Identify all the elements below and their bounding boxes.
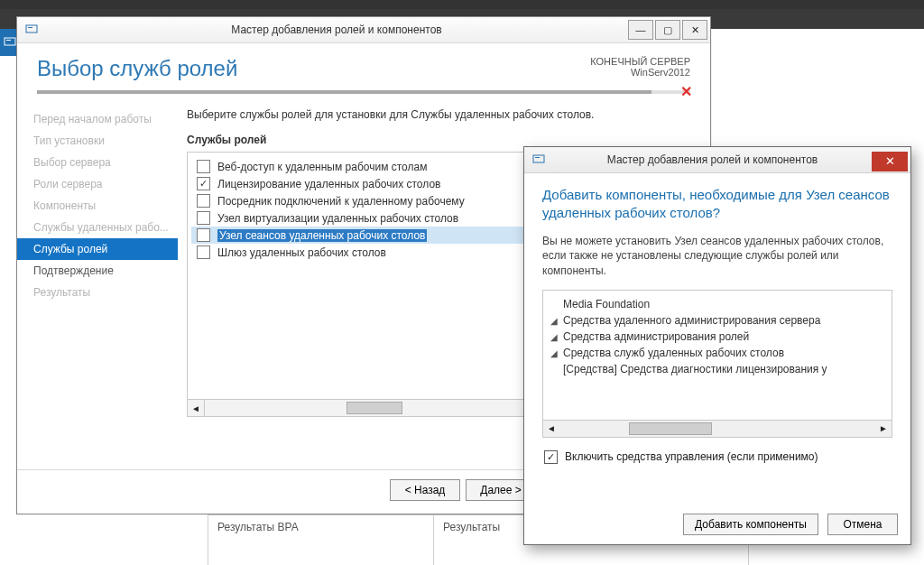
error-icon: ✕ xyxy=(680,83,692,100)
wizard-nav-item: Выбор сервера xyxy=(17,152,178,173)
expander-icon[interactable]: ◢ xyxy=(550,332,559,342)
wizard-nav-item[interactable]: Подтверждение xyxy=(17,260,178,282)
scroll-thumb[interactable] xyxy=(629,422,712,435)
role-service-label: Лицензирование удаленных рабочих столов xyxy=(217,178,440,190)
dialog-footer: Добавить компоненты Отмена xyxy=(683,514,898,535)
scroll-thumb[interactable] xyxy=(346,402,402,414)
checkbox-icon: ✓ xyxy=(544,450,558,464)
svg-rect-4 xyxy=(533,155,544,162)
tree-node-label: Средства удаленного администрирования се… xyxy=(563,314,820,327)
include-management-tools-checkbox[interactable]: ✓ Включить средства управления (если при… xyxy=(544,450,892,464)
dialog-titlebar[interactable]: Мастер добавления ролей и компонентов ✕ xyxy=(524,147,910,173)
tree-node[interactable]: ◢Средства администрирования ролей xyxy=(550,329,888,345)
wizard-nav: Перед началом работыТип установкиВыбор с… xyxy=(17,101,178,469)
window-frame-top xyxy=(0,0,924,9)
scroll-left-button[interactable]: ◄ xyxy=(188,400,205,416)
destination-server-info: КОНЕЧНЫЙ СЕРВЕР WinServ2012 xyxy=(590,56,690,78)
wizard-nav-item: Роли сервера xyxy=(17,173,178,195)
svg-rect-1 xyxy=(6,40,11,41)
scroll-right-button[interactable]: ► xyxy=(875,421,892,437)
role-service-label: Посредник подключений к удаленному рабоч… xyxy=(217,195,465,208)
scroll-left-button[interactable]: ◄ xyxy=(543,421,559,437)
svg-rect-0 xyxy=(5,38,15,45)
role-service-label: Узел сеансов удаленных рабочих столов xyxy=(217,229,427,242)
wizard-nav-item: Перед началом работы xyxy=(17,108,178,130)
wizard-nav-item: Компоненты xyxy=(17,195,178,217)
tree-horizontal-scrollbar[interactable]: ◄ ► xyxy=(543,420,892,437)
destination-server-label: КОНЕЧНЫЙ СЕРВЕР xyxy=(590,56,690,67)
dialog-close-button[interactable]: ✕ xyxy=(872,152,908,171)
checkbox-icon[interactable]: ✓ xyxy=(197,177,210,190)
scroll-track[interactable] xyxy=(559,421,875,437)
wizard-header: Выбор служб ролей КОНЕЧНЫЙ СЕРВЕР WinSer… xyxy=(17,43,710,101)
tree-node[interactable]: Media Foundation xyxy=(550,296,888,312)
tree-node-label: [Средства] Средства диагностики лицензир… xyxy=(563,363,827,375)
back-button[interactable]: < Назад xyxy=(390,479,460,501)
dialog-heading: Добавить компоненты, необходимые для Узе… xyxy=(542,186,892,223)
tree-node[interactable]: ◢Средства удаленного администрирования с… xyxy=(550,312,888,329)
tree-node-label: Средства администрирования ролей xyxy=(563,330,749,343)
checkbox-icon[interactable] xyxy=(197,228,210,242)
wizard-nav-item: Результаты xyxy=(17,282,178,303)
svg-rect-2 xyxy=(26,25,37,32)
dialog-paragraph: Вы не можете установить Узел сеансов уда… xyxy=(542,234,892,279)
dialog-cancel-button[interactable]: Отмена xyxy=(827,514,898,535)
checkbox-icon[interactable] xyxy=(197,160,210,173)
expander-icon[interactable]: ◢ xyxy=(550,316,559,326)
add-features-dialog: Мастер добавления ролей и компонентов ✕ … xyxy=(523,146,911,545)
maximize-button[interactable]: ▢ xyxy=(655,20,680,40)
wizard-titlebar[interactable]: Мастер добавления ролей и компонентов — … xyxy=(17,17,710,43)
tree-node-label: Средства служб удаленных рабочих столов xyxy=(563,347,784,359)
wizard-progress-bar: ✕ xyxy=(37,90,690,94)
svg-rect-5 xyxy=(535,157,540,158)
checkbox-icon[interactable] xyxy=(197,194,210,208)
wizard-nav-item: Тип установки xyxy=(17,130,178,152)
role-service-label: Шлюз удаленных рабочих столов xyxy=(217,246,386,259)
close-button[interactable]: ✕ xyxy=(682,20,707,40)
instruction-text: Выберите службы ролей для установки для … xyxy=(187,108,696,121)
progress-fill xyxy=(37,90,651,94)
tree-node-label: Media Foundation xyxy=(563,298,650,310)
add-features-button[interactable]: Добавить компоненты xyxy=(683,514,818,535)
wizard-nav-item[interactable]: Службы ролей xyxy=(17,238,178,260)
server-manager-icon xyxy=(530,151,548,169)
server-manager-icon xyxy=(23,21,41,39)
tree-node[interactable]: [Средства] Средства диагностики лицензир… xyxy=(550,361,888,377)
role-service-label: Веб-доступ к удаленным рабочим столам xyxy=(217,161,427,173)
window-controls: — ▢ ✕ xyxy=(627,18,708,42)
destination-server-name: WinServ2012 xyxy=(590,67,690,78)
checkbox-icon[interactable] xyxy=(197,245,210,259)
role-services-label: Службы ролей xyxy=(187,134,696,146)
tree-node[interactable]: ◢Средства служб удаленных рабочих столов xyxy=(550,345,888,361)
checkbox-icon[interactable] xyxy=(197,211,210,225)
role-service-label: Узел виртуализации удаленных рабочих сто… xyxy=(217,212,458,225)
include-management-tools-label: Включить средства управления (если приме… xyxy=(565,450,818,463)
expander-icon[interactable]: ◢ xyxy=(550,348,559,358)
dialog-title: Мастер добавления ролей и компонентов xyxy=(553,153,872,166)
dialog-body: Добавить компоненты, необходимые для Узе… xyxy=(524,173,910,464)
tree-list[interactable]: Media Foundation◢Средства удаленного адм… xyxy=(543,291,892,420)
required-features-tree[interactable]: Media Foundation◢Средства удаленного адм… xyxy=(542,290,892,438)
svg-rect-3 xyxy=(28,27,32,28)
minimize-button[interactable]: — xyxy=(628,20,653,40)
wizard-title: Мастер добавления ролей и компонентов xyxy=(46,23,627,36)
wizard-nav-item: Службы удаленных рабо... xyxy=(17,217,178,238)
